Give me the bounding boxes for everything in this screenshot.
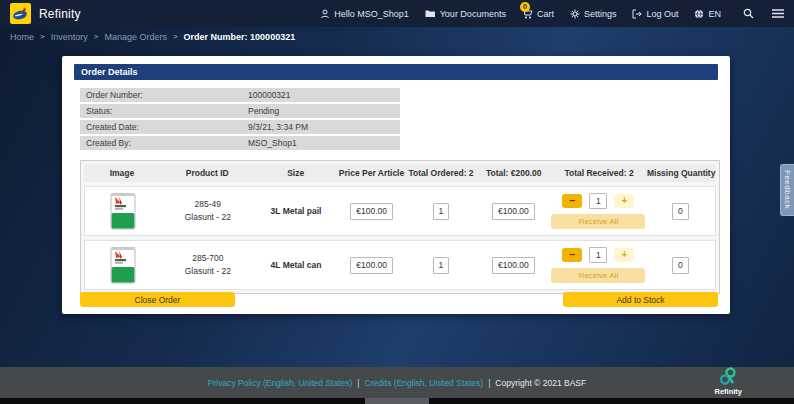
copyright-text: Copyright © 2021 BASF	[495, 378, 586, 388]
menu-button[interactable]	[772, 9, 784, 18]
product-image	[85, 191, 161, 231]
product-id-cell: 285-49 Glasurit - 22	[161, 198, 256, 224]
refinity-logo-label: Refinity	[714, 387, 742, 396]
add-to-stock-button[interactable]: Add to Stock	[563, 292, 718, 307]
order-number-row: Order Number: 100000321	[80, 88, 400, 102]
size-cell: 4L Metal can	[255, 260, 337, 270]
paint-can-image	[109, 245, 137, 285]
ordered-value: 1	[433, 257, 450, 274]
total-value: €100.00	[492, 203, 535, 220]
brand: Refinity	[10, 3, 81, 24]
field-value: MSO_Shop1	[248, 138, 400, 148]
quantity-stepper: − +	[562, 247, 634, 263]
increase-quantity-button[interactable]: +	[614, 248, 634, 262]
privacy-policy-link[interactable]: Privacy Policy (English, United States)	[208, 378, 353, 388]
your-documents-link[interactable]: Your Documents	[425, 9, 506, 19]
gear-icon	[570, 9, 580, 19]
user-menu[interactable]: Hello MSO_Shop1	[320, 9, 409, 19]
logout-label: Log Out	[646, 9, 678, 19]
created-by-row: Created By: MSO_Shop1	[80, 136, 400, 150]
settings-link[interactable]: Settings	[570, 9, 617, 19]
breadcrumb-separator: >	[40, 32, 45, 41]
language-label: EN	[708, 9, 721, 19]
item-row-285-49: 285-49 Glasurit - 22 3L Metal pail €100.…	[84, 186, 716, 236]
cart-label: Cart	[537, 9, 554, 19]
order-summary-table: Order Number: 100000321 Status: Pending …	[80, 88, 400, 150]
breadcrumb-separator: >	[173, 32, 178, 41]
breadcrumb: Home > Inventory > Manage Orders > Order…	[0, 27, 794, 46]
header-size: Size	[255, 168, 337, 178]
missing-value: 0	[672, 203, 689, 220]
cart-badge: 0	[520, 2, 530, 12]
missing-cell: 0	[646, 257, 715, 274]
price-value: €100.00	[350, 257, 393, 274]
received-quantity-input[interactable]	[589, 193, 607, 209]
header-total-ordered: Total Ordered: 2	[406, 168, 476, 178]
close-order-button[interactable]: Close Order	[80, 292, 235, 307]
search-button[interactable]	[743, 8, 754, 19]
refinity-footer-logo: Refinity	[714, 366, 742, 396]
header-total: Total: €200.00	[476, 168, 552, 178]
footer-separator: |	[488, 378, 490, 388]
status-row: Status: Pending	[80, 104, 400, 118]
logout-link[interactable]: Log Out	[632, 9, 678, 19]
decrease-quantity-button[interactable]: −	[562, 248, 582, 262]
received-cell: − + Receive All	[551, 193, 646, 229]
total-cell: €100.00	[476, 257, 552, 274]
missing-cell: 0	[646, 203, 715, 220]
product-id: 285-700	[192, 252, 223, 265]
top-navigation: Hello MSO_Shop1 Your Documents 0 Cart Se…	[320, 8, 784, 19]
quantity-stepper: − +	[562, 193, 634, 209]
feedback-tab[interactable]: Feedback	[780, 164, 794, 216]
app-title: Refinity	[39, 7, 81, 21]
missing-value: 0	[672, 257, 689, 274]
glasurit-logo-icon[interactable]	[10, 3, 31, 24]
price-cell: €100.00	[337, 257, 406, 274]
received-cell: − + Receive All	[551, 247, 646, 283]
cart-link[interactable]: 0 Cart	[522, 9, 554, 19]
size-value: 3L Metal pail	[271, 206, 322, 216]
item-row-285-700: 285-700 Glasurit - 22 4L Metal can €100.…	[84, 240, 716, 290]
top-header: Refinity Hello MSO_Shop1 Your Documents …	[0, 0, 794, 27]
language-selector[interactable]: EN	[694, 9, 721, 19]
field-value: 9/3/21, 3:34 PM	[248, 122, 400, 132]
search-icon	[743, 8, 754, 19]
header-price: Price Per Article	[337, 168, 407, 178]
size-value: 4L Metal can	[271, 260, 322, 270]
breadcrumb-manage-orders[interactable]: Manage Orders	[104, 32, 167, 42]
order-details-panel: Order Details Order Number: 100000321 St…	[62, 56, 730, 314]
field-label: Order Number:	[80, 90, 248, 100]
breadcrumb-current: Order Number: 100000321	[184, 32, 296, 42]
refinity-logo-icon	[718, 366, 738, 386]
increase-quantity-button[interactable]: +	[614, 194, 634, 208]
header-product-id: Product ID	[160, 168, 255, 178]
received-quantity-input[interactable]	[589, 247, 607, 263]
product-brand: Glasurit - 22	[185, 265, 231, 278]
header-missing-quantity: Missing Quantity	[646, 168, 716, 178]
settings-label: Settings	[584, 9, 617, 19]
greeting-label: Hello MSO_Shop1	[334, 9, 409, 19]
receive-all-button[interactable]: Receive All	[551, 268, 645, 283]
ordered-cell: 1	[406, 257, 475, 274]
credits-link[interactable]: Credits (English, United States)	[365, 378, 484, 388]
field-value: Pending	[248, 106, 400, 116]
receive-all-button[interactable]: Receive All	[551, 214, 645, 229]
created-date-row: Created Date: 9/3/21, 3:34 PM	[80, 120, 400, 134]
breadcrumb-inventory[interactable]: Inventory	[51, 32, 88, 42]
field-label: Created By:	[80, 138, 248, 148]
price-value: €100.00	[350, 203, 393, 220]
footer-separator: |	[357, 378, 359, 388]
product-image	[85, 245, 161, 285]
order-items-table: Image Product ID Size Price Per Article …	[80, 160, 720, 294]
breadcrumb-home[interactable]: Home	[10, 32, 34, 42]
hamburger-icon	[772, 9, 784, 18]
decrease-quantity-button[interactable]: −	[562, 194, 582, 208]
breadcrumb-separator: >	[94, 32, 99, 41]
total-value: €100.00	[492, 257, 535, 274]
action-buttons: Close Order Add to Stock	[80, 292, 718, 307]
panel-title: Order Details	[74, 64, 718, 80]
size-cell: 3L Metal pail	[255, 206, 337, 216]
ordered-value: 1	[433, 203, 450, 220]
field-label: Status:	[80, 106, 248, 116]
bottom-strip	[0, 398, 794, 404]
